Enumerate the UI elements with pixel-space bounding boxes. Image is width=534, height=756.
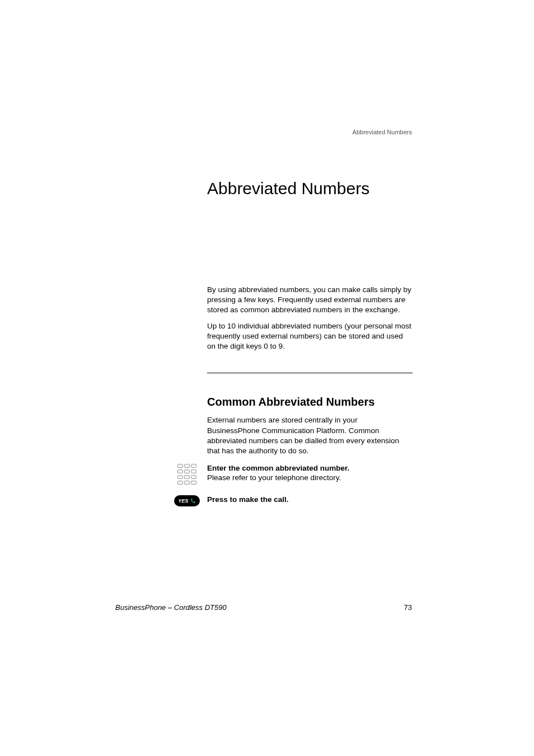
step-2-instruction: Press to make the call. — [207, 495, 412, 504]
footer-product: BusinessPhone – Cordless DT590 — [115, 603, 227, 612]
yes-button-icon: YES — [174, 495, 200, 506]
running-header: Abbreviated Numbers — [353, 129, 412, 135]
step-1-note: Please refer to your telephone directory… — [207, 473, 412, 482]
section-paragraph: External numbers are stored centrally in… — [207, 415, 412, 456]
intro-paragraph-1: By using abbreviated numbers, you can ma… — [207, 285, 412, 316]
section-title: Common Abbreviated Numbers — [207, 396, 412, 408]
keypad-icon — [177, 464, 196, 485]
section-divider — [207, 373, 413, 373]
phone-icon — [190, 498, 196, 504]
intro-paragraph-2: Up to 10 individual abbreviated numbers … — [207, 321, 412, 352]
step-1-instruction: Enter the common abbreviated number. — [207, 464, 412, 472]
footer-page-number: 73 — [404, 603, 412, 612]
yes-button-label: YES — [178, 498, 188, 504]
page-title: Abbreviated Numbers — [207, 179, 412, 198]
